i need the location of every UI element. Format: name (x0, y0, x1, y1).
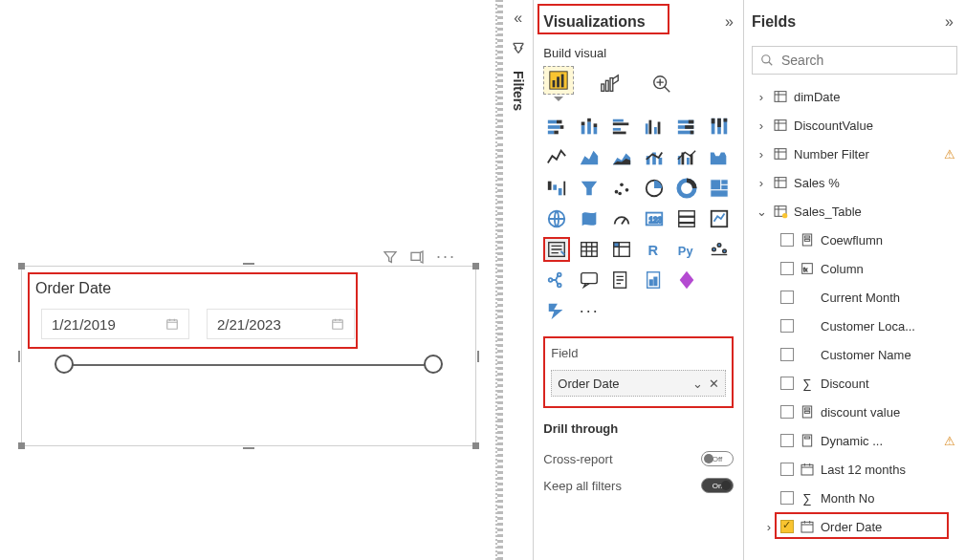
collapse-left-icon[interactable]: « (514, 10, 522, 27)
line-chart-icon[interactable] (543, 145, 570, 170)
chevron-down-icon[interactable]: ⌄ (692, 377, 703, 391)
report-canvas[interactable]: ··· Order Date 1/21/2019 2/21/2023 (0, 0, 503, 560)
qna-icon[interactable] (576, 268, 603, 292)
svg-rect-40 (717, 118, 721, 127)
cross-report-toggle[interactable]: Off (701, 451, 734, 466)
r-visual-icon[interactable]: R (641, 237, 668, 262)
table-discountvalue[interactable]: › DiscountValue (752, 111, 965, 140)
more-visuals-icon[interactable]: ··· (576, 298, 603, 323)
slider-thumb-start[interactable] (55, 355, 74, 374)
svg-rect-12 (557, 120, 562, 124)
filled-map-icon[interactable] (576, 206, 603, 231)
field-discount[interactable]: ∑ Discount (752, 369, 965, 398)
hundred-stacked-column-icon[interactable] (706, 115, 733, 140)
svg-point-88 (762, 55, 770, 63)
paginated-report-icon[interactable] (641, 268, 668, 292)
svg-point-55 (620, 183, 624, 187)
donut-chart-icon[interactable] (673, 176, 700, 201)
field-discount-value[interactable]: discount value (752, 398, 965, 426)
table-dimdate[interactable]: › dimDate (752, 82, 965, 111)
table-sales-table[interactable]: ⌄ Sales_Table (752, 197, 965, 226)
checkbox-checked[interactable] (780, 520, 794, 533)
kpi-icon[interactable] (706, 206, 733, 231)
warning-icon: ⚠ (944, 147, 955, 162)
field-customer-location[interactable]: Customer Loca... (752, 312, 965, 340)
svg-rect-13 (548, 125, 560, 129)
svg-rect-5 (557, 76, 559, 87)
table-number-filter[interactable]: › Number Filter ⚠ (752, 140, 965, 168)
svg-rect-69 (679, 224, 695, 227)
svg-rect-48 (687, 158, 690, 164)
scatter-chart-icon[interactable] (608, 176, 635, 201)
card-icon[interactable]: 123 (641, 206, 668, 231)
table-sales-pct[interactable]: › Sales % (752, 168, 965, 197)
decomposition-tree-icon[interactable] (543, 268, 570, 292)
field-last-12-months[interactable]: Last 12 months (752, 455, 965, 484)
fields-search[interactable] (752, 46, 957, 75)
area-chart-icon[interactable] (576, 145, 603, 170)
pie-chart-icon[interactable] (641, 176, 668, 201)
slicer-icon[interactable] (543, 237, 570, 262)
stacked-column-chart-icon[interactable] (576, 115, 603, 140)
funnel-chart-icon[interactable] (576, 176, 603, 201)
power-automate-icon[interactable] (543, 298, 570, 323)
matrix-icon[interactable] (608, 237, 635, 262)
svg-rect-7 (602, 84, 604, 91)
line-clustered-column-icon[interactable] (673, 145, 700, 170)
field-month-no[interactable]: ∑ Month No (752, 484, 965, 512)
keep-all-filters-toggle[interactable]: On (701, 478, 734, 493)
slicer-visual[interactable]: Order Date 1/21/2019 2/21/2023 (21, 266, 476, 446)
build-visual-tab[interactable] (543, 66, 574, 95)
svg-rect-83 (581, 273, 598, 284)
more-options-icon[interactable]: ··· (436, 247, 456, 267)
waterfall-chart-icon[interactable] (543, 176, 570, 201)
clustered-column-chart-icon[interactable] (641, 115, 668, 140)
treemap-icon[interactable] (706, 176, 733, 201)
expand-icon[interactable]: » (945, 13, 954, 31)
gauge-icon[interactable] (608, 206, 635, 231)
field-dynamic[interactable]: Dynamic ... ⚠ (752, 426, 965, 455)
hundred-stacked-bar-icon[interactable] (673, 115, 700, 140)
svg-rect-102 (804, 411, 809, 413)
svg-rect-24 (613, 122, 629, 125)
field-customer-name[interactable]: Customer Name (752, 340, 965, 369)
svg-rect-45 (659, 158, 663, 164)
field-pill-order-date[interactable]: Order Date ⌄ ✕ (551, 370, 726, 397)
svg-rect-38 (712, 118, 715, 123)
drill-through-heading: Drill through (543, 421, 734, 436)
line-stacked-column-icon[interactable] (641, 145, 668, 170)
analytics-tab[interactable] (647, 70, 677, 98)
svg-rect-14 (560, 125, 564, 129)
svg-rect-11 (548, 120, 557, 124)
slicer-end-date[interactable]: 2/21/2023 (207, 309, 355, 339)
stacked-area-chart-icon[interactable] (608, 145, 635, 170)
slicer-start-date[interactable]: 1/21/2019 (41, 309, 189, 339)
power-apps-icon[interactable] (673, 268, 700, 292)
smart-narrative-icon[interactable] (608, 268, 635, 292)
clustered-bar-chart-icon[interactable] (608, 115, 635, 140)
filters-pane-collapsed[interactable]: « Filters (503, 0, 534, 560)
fields-search-input[interactable] (781, 53, 949, 68)
field-coewflumn[interactable]: Coewflumn (752, 226, 965, 254)
field-column[interactable]: fx Column (752, 254, 965, 283)
map-icon[interactable] (543, 206, 570, 231)
svg-rect-17 (581, 125, 585, 134)
multi-row-card-icon[interactable] (673, 206, 700, 231)
table-icon[interactable] (576, 237, 603, 262)
stacked-bar-chart-icon[interactable] (543, 115, 570, 140)
svg-rect-85 (647, 272, 660, 289)
filter-icon[interactable] (383, 249, 398, 265)
svg-rect-67 (679, 211, 695, 217)
slicer-range-slider[interactable] (64, 364, 433, 366)
key-influencers-icon[interactable] (706, 237, 733, 262)
field-well-label: Field (551, 346, 726, 360)
field-current-month[interactable]: Current Month (752, 283, 965, 312)
slider-thumb-end[interactable] (424, 355, 443, 374)
remove-field-icon[interactable]: ✕ (709, 377, 719, 391)
expand-icon[interactable]: » (725, 13, 734, 31)
focus-mode-icon[interactable] (409, 249, 425, 265)
python-visual-icon[interactable]: Py (673, 237, 700, 262)
ribbon-chart-icon[interactable] (706, 145, 733, 170)
format-visual-tab[interactable] (595, 70, 625, 98)
svg-rect-87 (654, 277, 657, 285)
